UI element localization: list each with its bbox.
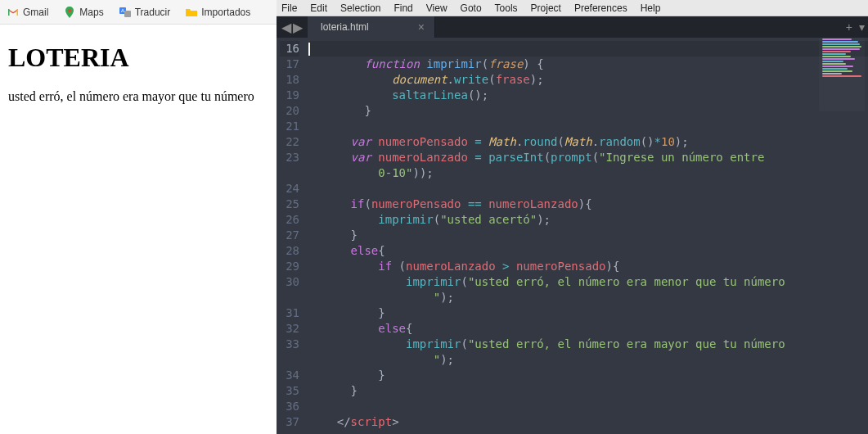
line-number: 25: [280, 197, 299, 212]
code-line: saltarLinea();: [309, 88, 868, 103]
code-line: var numeroPensado = Math.round(Math.rand…: [309, 134, 868, 150]
line-number: 26: [280, 212, 299, 228]
line-number: 24: [280, 181, 299, 197]
svg-text:A: A: [121, 8, 124, 13]
line-number: 27: [280, 228, 299, 243]
svg-rect-2: [124, 11, 131, 17]
editor-window: FileEditSelectionFindViewGotoToolsProjec…: [277, 0, 868, 434]
code-line: var numeroLanzado = parseInt(prompt("Ing…: [309, 150, 868, 165]
code-line: imprimir("usted erró, el número era mayo…: [309, 337, 868, 352]
close-icon[interactable]: ×: [418, 20, 425, 34]
code-line: ");: [309, 352, 868, 368]
code-line: [309, 399, 868, 414]
line-number: 34: [280, 368, 299, 383]
code-line: ");: [309, 290, 868, 305]
bookmark-gmail[interactable]: Gmail: [7, 6, 48, 19]
bookmarks-bar: GmailMapsATraducirImportados: [0, 0, 277, 25]
maps-icon: [63, 6, 76, 19]
bookmark-folder[interactable]: Importados: [185, 6, 250, 19]
line-number: 29: [280, 259, 299, 274]
code-line: else{: [309, 321, 868, 337]
menu-view[interactable]: View: [426, 2, 447, 14]
code-line: document.write(frase);: [309, 72, 868, 88]
line-number: 22: [280, 134, 299, 150]
tab-loteria[interactable]: loteria.html ×: [308, 16, 435, 38]
code-area[interactable]: function imprimir(frase) { document.writ…: [306, 38, 868, 434]
code-line: 0-10"));: [309, 165, 868, 181]
menu-file[interactable]: File: [281, 2, 297, 14]
menu-bar: FileEditSelectionFindViewGotoToolsProjec…: [277, 0, 868, 16]
line-number: 30: [280, 274, 299, 290]
bookmark-label: Gmail: [23, 7, 48, 18]
code-line: if(numeroPensado == numeroLanzado){: [309, 197, 868, 212]
code-line: }: [309, 368, 868, 383]
bookmark-maps[interactable]: Maps: [63, 6, 103, 19]
line-number: 37: [280, 414, 299, 430]
page-body-text: usted erró, el número era mayor que tu n…: [8, 89, 268, 104]
new-tab-icon[interactable]: +: [846, 20, 852, 34]
menu-selection[interactable]: Selection: [340, 2, 380, 14]
translate-icon: A: [119, 6, 132, 19]
code-line: </script>: [309, 414, 868, 430]
code-line: [309, 119, 868, 134]
line-number: [280, 165, 299, 181]
line-number: 33: [280, 337, 299, 352]
folder-icon: [185, 6, 198, 19]
line-number: 32: [280, 321, 299, 337]
code-line: }: [309, 103, 868, 119]
line-number: 23: [280, 150, 299, 165]
bookmark-label: Maps: [79, 7, 103, 18]
line-number: 19: [280, 88, 299, 103]
menu-find[interactable]: Find: [394, 2, 412, 14]
bookmark-translate[interactable]: ATraducir: [119, 6, 171, 19]
line-number: 36: [280, 399, 299, 414]
code-line: }: [309, 305, 868, 321]
code-line: else{: [309, 243, 868, 259]
menu-help[interactable]: Help: [641, 2, 661, 14]
code-line: imprimir("usted erró, el número era meno…: [309, 274, 868, 290]
line-number: 35: [280, 383, 299, 399]
code-line: [309, 181, 868, 197]
browser-viewport: GmailMapsATraducirImportados LOTERIA ust…: [0, 0, 277, 434]
tab-label: loteria.html: [321, 21, 369, 33]
line-number: 17: [280, 57, 299, 72]
code-line: function imprimir(frase) {: [309, 57, 868, 72]
bookmark-label: Traducir: [135, 7, 171, 18]
code-line: [309, 41, 868, 57]
menu-project[interactable]: Project: [531, 2, 561, 14]
menu-edit[interactable]: Edit: [310, 2, 327, 14]
bookmark-label: Importados: [201, 7, 250, 18]
code-line: if (numeroLanzado > numeroPensado){: [309, 259, 868, 274]
line-number: [280, 290, 299, 305]
page-content: LOTERIA usted erró, el número era mayor …: [0, 25, 277, 122]
line-number: 28: [280, 243, 299, 259]
line-number: 18: [280, 72, 299, 88]
code-editor[interactable]: 1617181920212223242526272829303132333435…: [277, 38, 868, 434]
nav-right-icon[interactable]: ▶: [293, 20, 303, 35]
code-line: }: [309, 383, 868, 399]
code-line: }: [309, 228, 868, 243]
tab-bar: ◀ ▶ loteria.html × + ▾: [277, 16, 868, 38]
code-line: imprimir("usted acertó");: [309, 212, 868, 228]
nav-left-icon[interactable]: ◀: [281, 20, 291, 35]
tab-nav-arrows: ◀ ▶: [277, 16, 308, 38]
svg-point-0: [68, 9, 71, 12]
page-title: LOTERIA: [8, 43, 268, 73]
menu-tools[interactable]: Tools: [495, 2, 518, 14]
menu-preferences[interactable]: Preferences: [574, 2, 627, 14]
minimap[interactable]: [819, 38, 865, 111]
menu-goto[interactable]: Goto: [461, 2, 482, 14]
line-number: 31: [280, 305, 299, 321]
line-number: 16: [280, 41, 299, 57]
line-number: 20: [280, 103, 299, 119]
line-number: 21: [280, 119, 299, 134]
gmail-icon: [7, 6, 20, 19]
tab-dropdown-icon[interactable]: ▾: [859, 20, 865, 34]
line-gutter: 1617181920212223242526272829303132333435…: [277, 38, 306, 434]
line-number: [280, 352, 299, 368]
